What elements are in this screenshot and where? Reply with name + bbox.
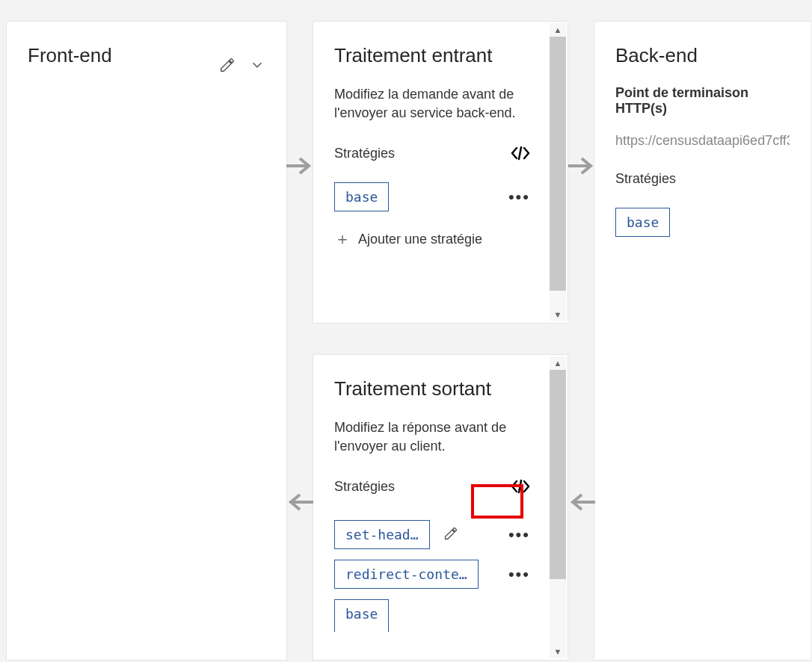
endpoint-label: Point de terminaison HTTP(s) [615, 85, 790, 117]
arrow-left-icon [567, 492, 597, 516]
code-icon[interactable] [511, 145, 530, 161]
more-icon[interactable]: ••• [508, 565, 530, 584]
policy-tag-redirect[interactable]: redirect-conte… [334, 560, 479, 589]
policy-tag-set-header[interactable]: set-head… [334, 520, 430, 549]
more-icon[interactable]: ••• [508, 525, 530, 545]
scrollbar[interactable]: ▲ ▼ [550, 356, 566, 658]
inbound-panel: Traitement entrant Modifiez la demande a… [313, 21, 568, 324]
inbound-title: Traitement entrant [334, 44, 530, 67]
scroll-up-icon[interactable]: ▲ [550, 356, 566, 370]
highlight-box [471, 484, 523, 519]
arrow-right-icon [285, 155, 315, 179]
frontend-title: Front-end [28, 44, 112, 67]
outbound-panel: Traitement sortant Modifiez la réponse a… [313, 354, 568, 661]
scroll-down-icon[interactable]: ▼ [550, 645, 566, 658]
scroll-thumb[interactable] [550, 370, 566, 579]
inbound-strategies-label: Stratégies [334, 146, 395, 161]
outbound-strategies-label: Stratégies [334, 479, 395, 495]
policy-tag-base[interactable]: base [334, 599, 389, 632]
arrow-right-icon [567, 155, 597, 179]
plus-icon: ＋ [334, 231, 351, 247]
add-strategy-label: Ajouter une stratégie [358, 232, 482, 247]
backend-panel: Back-end Point de terminaison HTTP(s) ht… [594, 21, 811, 661]
more-icon[interactable]: ••• [508, 188, 530, 207]
frontend-panel: Front-end [6, 21, 287, 661]
pencil-icon[interactable] [443, 526, 458, 544]
endpoint-url: https://censusdataapi6ed7cff3 [615, 133, 790, 149]
outbound-desc: Modifiez la réponse avant de l'envoyer a… [334, 418, 530, 456]
scrollbar[interactable]: ▲ ▼ [550, 23, 566, 321]
pencil-icon[interactable] [219, 57, 236, 73]
policy-tag-base[interactable]: base [334, 182, 389, 211]
backend-title: Back-end [615, 44, 790, 67]
chevron-down-icon[interactable] [249, 57, 265, 73]
backend-strategies-label: Stratégies [615, 171, 790, 187]
add-strategy-button[interactable]: ＋ Ajouter une stratégie [334, 231, 530, 247]
outbound-title: Traitement sortant [334, 377, 530, 400]
inbound-desc: Modifiez la demande avant de l'envoyer a… [334, 85, 530, 123]
svg-line-1 [519, 147, 521, 159]
scroll-down-icon[interactable]: ▼ [550, 308, 566, 321]
scroll-thumb[interactable] [550, 37, 566, 291]
scroll-up-icon[interactable]: ▲ [550, 23, 566, 37]
policy-tag-base[interactable]: base [615, 208, 670, 237]
arrow-left-icon [285, 492, 315, 516]
